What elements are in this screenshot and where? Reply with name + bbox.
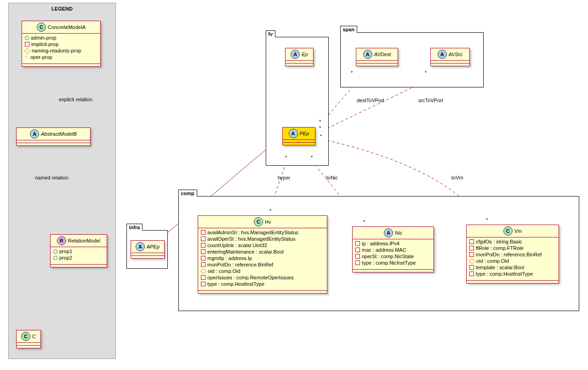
label-destToVPort: destToVPort [357, 98, 384, 103]
prop-text: availOperSt : hvs.ManagedEntityStatus [207, 236, 295, 242]
concrete-badge-icon: C [254, 217, 263, 226]
abstract-badge-icon: A [384, 228, 393, 237]
abstract-badge-icon: A [30, 129, 39, 139]
class-name: ConcreteModelA [48, 24, 86, 30]
class-name: Hv [265, 219, 271, 225]
class-fv-Ep: AEp [285, 48, 314, 66]
class-AbstractModelB: AAbstractModelB [16, 127, 91, 146]
package-label: comp [178, 190, 197, 197]
class-infra-APEp: AAPEp [131, 240, 165, 259]
oper-prop-icon [25, 56, 29, 59]
class-fv-PEp: APEp [282, 127, 315, 145]
class-span-AVDest: AAVDest [356, 48, 398, 66]
class-span-AVSrc: AAVSrc [430, 48, 470, 66]
label-explicit-relation: explicit relation [59, 97, 92, 102]
prop-marker-icon [201, 275, 206, 280]
mult-star: * [311, 155, 313, 160]
mult-star: * [351, 70, 353, 75]
prop-marker-icon [469, 258, 475, 264]
prop-text: oid : comp.Oid [476, 258, 509, 264]
concrete-badge-icon: C [37, 23, 46, 32]
naming-prop-icon [24, 48, 30, 54]
label-hyper: hyper [278, 175, 291, 180]
prop-marker-icon [355, 254, 360, 259]
legend-package: LEGEND CConcreteModelA admin-prop implic… [8, 3, 116, 359]
prop-marker-icon [201, 243, 206, 248]
relation-badge-icon: R [57, 236, 66, 245]
class-comp-Vm: CVm cfgdOs : string.BasicftRole : comp.F… [466, 225, 559, 283]
prop-marker-icon [469, 246, 474, 250]
class-name: Nic [395, 230, 402, 236]
label-named-relation: named relation [35, 175, 69, 180]
class-ConcreteModelA: CConcreteModelA admin-prop implicit-prop… [22, 21, 101, 67]
implicit-prop-icon [25, 42, 29, 46]
prop-marker-icon [469, 252, 474, 257]
class-name: AVSrc [449, 52, 463, 57]
class-name: APEp [147, 244, 160, 249]
prop-text: mgmtIp : address.Ip [207, 255, 252, 261]
prop-icon [53, 249, 57, 254]
prop-icon [53, 256, 57, 260]
prop-text: ip : address.IPv4 [362, 240, 400, 247]
mult-star: * [269, 208, 271, 214]
legend-title: LEGEND [9, 3, 115, 14]
label-srcToVPort: srcToVPort [418, 98, 443, 103]
class-comp-Nic: ANic ip : address.IPv4mac : address.MACo… [352, 226, 434, 272]
class-name: Ep [302, 52, 308, 57]
abstract-badge-icon: A [289, 129, 298, 138]
prop-marker-icon [200, 268, 206, 274]
admin-prop-icon [25, 36, 29, 40]
prop-marker-icon [201, 230, 206, 235]
class-name: AbstractModelB [41, 131, 77, 137]
prop-text: mac : address.MAC [362, 247, 406, 253]
prop-marker-icon [355, 248, 360, 252]
class-name: AVDest [374, 52, 391, 57]
prop-text: availAdminSt : hvs.ManagedEntityStatus [207, 229, 298, 236]
prop-text: monPolDn : reference.BinRef [476, 251, 542, 258]
mult-star: * [363, 219, 365, 225]
label-toNic: toNic [326, 175, 338, 180]
package-label: span [340, 26, 358, 33]
prop-text: type : comp.HostInstType [207, 281, 264, 287]
label-toVm: toVm [451, 175, 463, 180]
prop-marker-icon [469, 265, 474, 270]
mult-star: * [425, 70, 427, 75]
abstract-badge-icon: A [438, 50, 447, 59]
class-name: RelationModel [68, 238, 100, 243]
class-name: Vm [514, 228, 522, 234]
abstract-badge-icon: A [363, 50, 372, 59]
prop-marker-icon [355, 241, 360, 246]
concrete-badge-icon: C [21, 332, 30, 341]
class-RelationModel: RRelationModel prop1 prop2 [50, 234, 107, 267]
class-LegendC: CC [16, 330, 41, 348]
prop-text: countUplink : scalar.Uint32 [207, 242, 267, 249]
package-label: infra [126, 224, 143, 231]
prop-text: operIssues : comp.RemoteOperIssues [207, 274, 294, 281]
prop-text: template : scalar.Bool [476, 264, 524, 271]
package-label: fv [266, 30, 276, 37]
prop-marker-icon [201, 262, 206, 267]
prop-marker-icon [469, 272, 474, 276]
prop-text: operSt : comp.NicState [362, 253, 414, 260]
abstract-badge-icon: A [136, 242, 145, 251]
prop-marker-icon [201, 256, 206, 260]
abstract-badge-icon: A [291, 50, 300, 59]
prop-text: type : comp.HostInstType [476, 271, 533, 277]
prop-text: enteringMaintenance : scalar.Bool [207, 249, 284, 255]
prop-text: type : comp.NicInstType [362, 260, 416, 266]
mult-star: * [320, 133, 322, 139]
class-name: PEp [300, 131, 309, 136]
prop-marker-icon [201, 249, 206, 254]
prop-text: monPolDn : reference.BinRef [207, 261, 273, 268]
mult-star: * [486, 217, 488, 223]
prop-text: ftRole : comp.FTRole [476, 245, 524, 251]
mult-star: * [285, 155, 287, 160]
class-name: C [32, 334, 36, 339]
prop-text: oid : comp.Oid [208, 268, 240, 274]
prop-marker-icon [355, 260, 360, 265]
class-comp-Hv: CHv availAdminSt : hvs.ManagedEntityStat… [198, 215, 327, 294]
prop-text: cfgdOs : string.Basic [476, 238, 522, 245]
mult-star: * [319, 125, 321, 131]
concrete-badge-icon: C [503, 226, 513, 236]
prop-marker-icon [201, 237, 206, 241]
